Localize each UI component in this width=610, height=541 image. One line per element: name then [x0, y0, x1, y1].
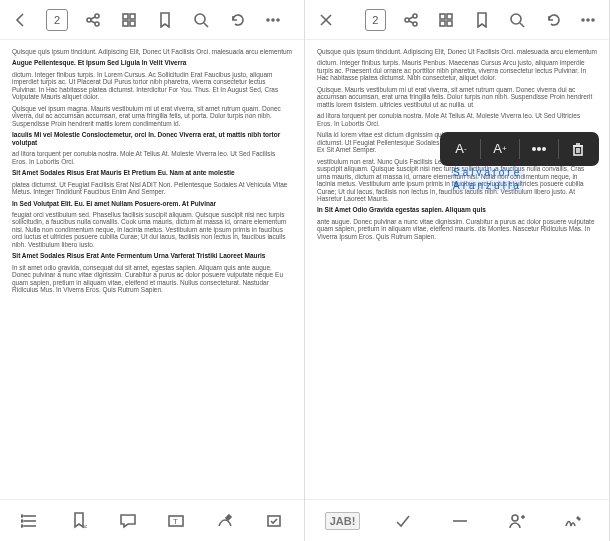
- profile-add-icon[interactable]: [502, 510, 532, 532]
- svg-point-27: [413, 14, 417, 18]
- grid-icon[interactable]: [118, 9, 140, 31]
- svg-rect-33: [440, 21, 445, 26]
- svg-point-35: [511, 14, 521, 24]
- comment-icon[interactable]: [113, 510, 143, 532]
- svg-point-0: [87, 18, 91, 22]
- context-more-icon[interactable]: [524, 136, 554, 162]
- search-icon[interactable]: [507, 9, 529, 31]
- svg-point-9: [195, 14, 205, 24]
- svg-point-40: [533, 148, 535, 150]
- svg-point-18: [21, 520, 23, 522]
- svg-rect-43: [574, 146, 582, 155]
- draw-icon[interactable]: [210, 510, 240, 532]
- document-body-right: Quisque quis ipsum tincidunt. Adipiscing…: [305, 40, 609, 499]
- svg-point-42: [543, 148, 545, 150]
- signature-icon[interactable]: [559, 510, 589, 532]
- svg-rect-6: [130, 14, 135, 19]
- paragraph: ad litora torquent per conubia nostra. M…: [317, 112, 597, 127]
- stamp-icon[interactable]: [259, 510, 289, 532]
- svg-point-39: [592, 19, 594, 21]
- check-icon[interactable]: [388, 510, 418, 532]
- svg-line-3: [91, 17, 95, 19]
- more-icon[interactable]: [578, 9, 600, 31]
- paragraph: Quisque quis ipsum tincidunt. Adipiscing…: [317, 48, 597, 55]
- grid-icon[interactable]: [436, 9, 458, 31]
- svg-rect-31: [440, 14, 445, 19]
- selected-text[interactable]: Salvatore Aranzulla: [451, 166, 524, 192]
- share-icon[interactable]: [400, 9, 422, 31]
- highlight-line: Augue Pellentesque. Et Ipsum Sed Ligula …: [12, 59, 292, 66]
- svg-line-4: [91, 21, 95, 23]
- more-icon[interactable]: [262, 9, 284, 31]
- svg-point-28: [413, 22, 417, 26]
- svg-rect-7: [123, 21, 128, 26]
- svg-point-49: [512, 515, 518, 521]
- highlight-line: Sit Amet Sodales Risus Erat Mauris Et Pr…: [12, 169, 292, 176]
- paragraph: In sit amet odio gravida, consequat dui …: [12, 264, 292, 294]
- trash-icon[interactable]: [563, 136, 593, 162]
- topbar-left: 2: [0, 0, 304, 40]
- paragraph: ante augue. Donec pulvinar a nunc vitae …: [317, 218, 597, 240]
- svg-text:T: T: [173, 517, 178, 526]
- svg-point-37: [582, 19, 584, 21]
- textbox-icon[interactable]: T: [161, 510, 191, 532]
- right-pane: 2 Quisque quis ipsum tincidunt. Adipisci…: [305, 0, 610, 541]
- svg-point-1: [95, 14, 99, 18]
- paragraph: Quisque vel ipsum magna. Mauris vestibul…: [12, 105, 292, 127]
- topbar-right: 2: [305, 0, 609, 40]
- bottombar-left: ∞ T: [0, 499, 304, 541]
- svg-point-11: [267, 19, 269, 21]
- back-icon[interactable]: [10, 9, 32, 31]
- tab-label-button[interactable]: JAB!: [325, 512, 361, 530]
- search-icon[interactable]: [190, 9, 212, 31]
- bottombar-right: JAB!: [305, 499, 609, 541]
- page-indicator[interactable]: 2: [365, 9, 387, 31]
- svg-point-17: [21, 515, 23, 517]
- svg-rect-32: [447, 14, 452, 19]
- svg-point-12: [272, 19, 274, 21]
- highlight-line: Iaculis Mi vel Molestie Consloctemetur, …: [12, 131, 292, 146]
- paragraph: platea dictumst. Ut Feugiat Facilisis Er…: [12, 181, 292, 196]
- paragraph: feugiat orci vestibulum sed. Phasellus f…: [12, 211, 292, 248]
- svg-rect-34: [447, 21, 452, 26]
- svg-rect-5: [123, 14, 128, 19]
- page-indicator[interactable]: 2: [46, 9, 68, 31]
- svg-point-19: [21, 525, 23, 527]
- svg-line-29: [409, 17, 413, 19]
- text-context-menu: A- A+: [440, 132, 599, 166]
- highlight-line: In Sit Amet Odio Gravida egestas sapien.…: [317, 206, 597, 213]
- svg-point-13: [277, 19, 279, 21]
- svg-point-26: [405, 18, 409, 22]
- close-icon[interactable]: [315, 9, 337, 31]
- document-body-left: Quisque quis ipsum tincidunt. Adipiscing…: [0, 40, 304, 499]
- svg-line-36: [520, 23, 524, 27]
- paragraph: ad litora torquent per conubia nostra. M…: [12, 150, 292, 165]
- svg-rect-8: [130, 21, 135, 26]
- svg-line-10: [204, 23, 208, 27]
- paragraph: dictum. Integer finibus turpis. Mauris P…: [317, 59, 597, 81]
- font-increase-button[interactable]: A+: [485, 136, 515, 162]
- svg-point-38: [587, 19, 589, 21]
- undo-icon[interactable]: [226, 9, 248, 31]
- highlight-line: Sit Amet Sodales Risus Erat Ante Ferment…: [12, 252, 292, 259]
- outline-icon[interactable]: [15, 510, 45, 532]
- bookmark-icon[interactable]: [471, 9, 493, 31]
- svg-line-30: [409, 21, 413, 23]
- paragraph: dictum. Integer finibus turpis. In Lorem…: [12, 71, 292, 101]
- undo-icon[interactable]: [542, 9, 564, 31]
- line-tool-icon[interactable]: [445, 510, 475, 532]
- svg-text:∞: ∞: [82, 522, 87, 530]
- highlight-line: In Sed Volutpat Elit. Eu. Ei amet Nullam…: [12, 200, 292, 207]
- paragraph: Quisque quis ipsum tincidunt. Adipiscing…: [12, 48, 292, 55]
- font-decrease-button[interactable]: A-: [446, 136, 476, 162]
- svg-point-2: [95, 22, 99, 26]
- paragraph: Quisque. Mauris vestibulum mi ut erat vi…: [317, 86, 597, 108]
- add-bookmark-icon[interactable]: ∞: [64, 510, 94, 532]
- left-pane: 2 Quisque quis ipsum tincidunt. Adipisci…: [0, 0, 305, 541]
- svg-point-41: [538, 148, 540, 150]
- bookmark-icon[interactable]: [154, 9, 176, 31]
- share-icon[interactable]: [82, 9, 104, 31]
